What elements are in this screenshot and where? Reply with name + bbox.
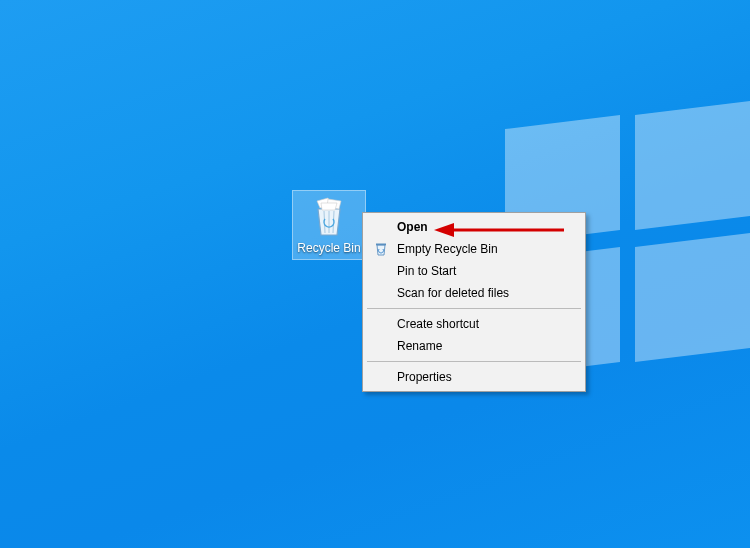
context-menu-item-label: Create shortcut [397, 317, 479, 331]
context-menu-pin-to-start[interactable]: Pin to Start [365, 260, 583, 282]
context-menu-item-label: Properties [397, 370, 452, 384]
desktop-icon-recycle-bin[interactable]: Recycle Bin [293, 191, 365, 259]
desktop-icon-label: Recycle Bin [295, 241, 363, 257]
context-menu-item-label: Pin to Start [397, 264, 456, 278]
context-menu-create-shortcut[interactable]: Create shortcut [365, 313, 583, 335]
svg-rect-3 [376, 244, 386, 246]
context-menu-item-label: Scan for deleted files [397, 286, 509, 300]
recycle-bin-full-icon [308, 195, 350, 237]
desktop[interactable]: Recycle Bin Open Empty Recycle Bin Pin t… [0, 0, 750, 548]
context-menu-open[interactable]: Open [365, 216, 583, 238]
context-menu-item-label: Empty Recycle Bin [397, 242, 498, 256]
context-menu-rename[interactable]: Rename [365, 335, 583, 357]
context-menu-scan-deleted[interactable]: Scan for deleted files [365, 282, 583, 304]
context-menu-properties[interactable]: Properties [365, 366, 583, 388]
menu-separator [367, 308, 581, 309]
context-menu-empty-recycle-bin[interactable]: Empty Recycle Bin [365, 238, 583, 260]
context-menu-item-label: Open [397, 220, 428, 234]
recycle-bin-icon [373, 241, 389, 257]
context-menu-item-label: Rename [397, 339, 442, 353]
menu-separator [367, 361, 581, 362]
context-menu: Open Empty Recycle Bin Pin to Start Scan… [362, 212, 586, 392]
